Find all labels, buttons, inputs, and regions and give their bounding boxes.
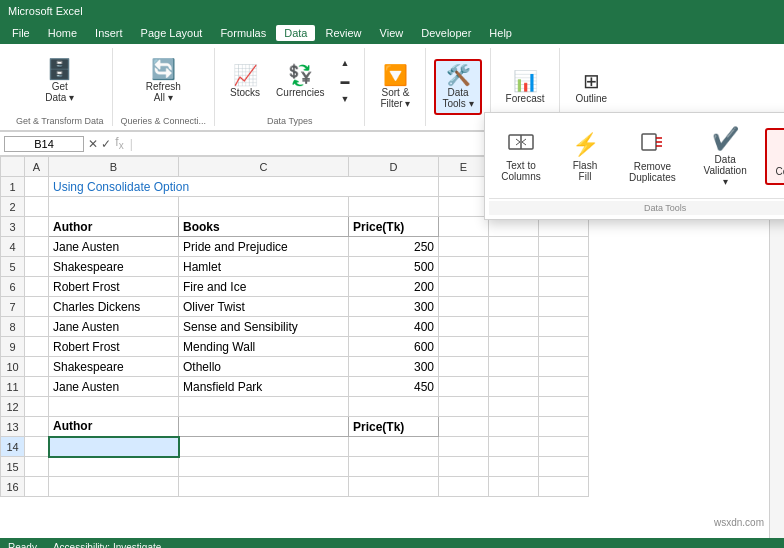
currencies-button[interactable]: 💱 Currencies (269, 60, 331, 103)
cell-b6[interactable]: Robert Frost (49, 277, 179, 297)
get-data-button[interactable]: 🗄️ GetData ▾ (38, 54, 81, 108)
cell-b12[interactable] (49, 397, 179, 417)
cell-f7[interactable] (489, 297, 539, 317)
cell-f12[interactable] (489, 397, 539, 417)
cell-f4[interactable] (489, 237, 539, 257)
cell-f6[interactable] (489, 277, 539, 297)
cell-b1[interactable]: Using Consolidate Option (49, 177, 439, 197)
cell-e12[interactable] (439, 397, 489, 417)
cell-d8[interactable]: 400 (349, 317, 439, 337)
cell-c16[interactable] (179, 477, 349, 497)
cell-c9[interactable]: Mending Wall (179, 337, 349, 357)
cell-g16[interactable] (539, 477, 589, 497)
cell-e15[interactable] (439, 457, 489, 477)
cell-c8[interactable]: Sense and Sensibility (179, 317, 349, 337)
cell-d4[interactable]: 250 (349, 237, 439, 257)
cell-b13[interactable]: Author (49, 417, 179, 437)
cell-a8[interactable] (25, 317, 49, 337)
cell-c12[interactable] (179, 397, 349, 417)
cell-a15[interactable] (25, 457, 49, 477)
remove-duplicates-button[interactable]: RemoveDuplicates (619, 124, 686, 190)
cell-d7[interactable]: 300 (349, 297, 439, 317)
cell-c5[interactable]: Hamlet (179, 257, 349, 277)
menu-help[interactable]: Help (481, 25, 520, 41)
cell-e7[interactable] (439, 297, 489, 317)
cell-g6[interactable] (539, 277, 589, 297)
cell-a10[interactable] (25, 357, 49, 377)
cell-d2[interactable] (349, 197, 439, 217)
name-box[interactable] (4, 136, 84, 152)
menu-view[interactable]: View (372, 25, 412, 41)
cell-f16[interactable] (489, 477, 539, 497)
cell-e13[interactable] (439, 417, 489, 437)
cell-f5[interactable] (489, 257, 539, 277)
cell-b14[interactable] (49, 437, 179, 457)
sort-filter-button[interactable]: 🔽 Sort &Filter ▾ (373, 60, 417, 114)
cell-b11[interactable]: Jane Austen (49, 377, 179, 397)
expand-down-button[interactable]: ▼ (333, 90, 356, 108)
menu-file[interactable]: File (4, 25, 38, 41)
cell-g15[interactable] (539, 457, 589, 477)
forecast-button[interactable]: 📊 Forecast (499, 66, 552, 109)
cell-f11[interactable] (489, 377, 539, 397)
cell-e16[interactable] (439, 477, 489, 497)
cell-d6[interactable]: 200 (349, 277, 439, 297)
outline-button[interactable]: ⊞ Outline (568, 66, 614, 109)
cell-c4[interactable]: Pride and Prejudice (179, 237, 349, 257)
menu-formulas[interactable]: Formulas (212, 25, 274, 41)
cell-f8[interactable] (489, 317, 539, 337)
cell-c7[interactable]: Oliver Twist (179, 297, 349, 317)
cell-g12[interactable] (539, 397, 589, 417)
menu-data[interactable]: Data (276, 25, 315, 41)
cell-d10[interactable]: 300 (349, 357, 439, 377)
cell-b4[interactable]: Jane Austen (49, 237, 179, 257)
cell-e14[interactable] (439, 437, 489, 457)
cell-f13[interactable] (489, 417, 539, 437)
cell-c10[interactable]: Othello (179, 357, 349, 377)
cell-e6[interactable] (439, 277, 489, 297)
refresh-all-button[interactable]: 🔄 RefreshAll ▾ (139, 54, 188, 108)
cell-a12[interactable] (25, 397, 49, 417)
cell-g14[interactable] (539, 437, 589, 457)
cell-g7[interactable] (539, 297, 589, 317)
cell-c14[interactable] (179, 437, 349, 457)
cell-c2[interactable] (179, 197, 349, 217)
cell-g10[interactable] (539, 357, 589, 377)
menu-insert[interactable]: Insert (87, 25, 131, 41)
menu-developer[interactable]: Developer (413, 25, 479, 41)
cell-a16[interactable] (25, 477, 49, 497)
cell-a6[interactable] (25, 277, 49, 297)
cell-d5[interactable]: 500 (349, 257, 439, 277)
cell-g5[interactable] (539, 257, 589, 277)
cell-b16[interactable] (49, 477, 179, 497)
cell-a5[interactable] (25, 257, 49, 277)
cell-a3[interactable] (25, 217, 49, 237)
cell-a1[interactable] (25, 177, 49, 197)
consolidate-button[interactable]: Consolidate (765, 128, 784, 185)
cell-b10[interactable]: Shakespeare (49, 357, 179, 377)
cell-c13[interactable] (179, 417, 349, 437)
cell-b9[interactable]: Robert Frost (49, 337, 179, 357)
menu-review[interactable]: Review (317, 25, 369, 41)
expand-up-button[interactable]: ▲ (333, 54, 356, 72)
cell-e2[interactable] (439, 197, 489, 217)
menu-home[interactable]: Home (40, 25, 85, 41)
cell-g9[interactable] (539, 337, 589, 357)
cell-e8[interactable] (439, 317, 489, 337)
cell-e1[interactable] (439, 177, 489, 197)
cell-a2[interactable] (25, 197, 49, 217)
flash-fill-button[interactable]: ⚡ FlashFill (555, 125, 615, 189)
menu-page-layout[interactable]: Page Layout (133, 25, 211, 41)
cell-d16[interactable] (349, 477, 439, 497)
text-to-columns-button[interactable]: Text toColumns (491, 124, 551, 189)
cell-e11[interactable] (439, 377, 489, 397)
cell-d12[interactable] (349, 397, 439, 417)
cell-b5[interactable]: Shakespeare (49, 257, 179, 277)
cell-g11[interactable] (539, 377, 589, 397)
cell-g8[interactable] (539, 317, 589, 337)
cell-d13[interactable]: Price(Tk) (349, 417, 439, 437)
cell-c3[interactable]: Books (179, 217, 349, 237)
cell-d14[interactable] (349, 437, 439, 457)
cell-f9[interactable] (489, 337, 539, 357)
cell-e9[interactable] (439, 337, 489, 357)
